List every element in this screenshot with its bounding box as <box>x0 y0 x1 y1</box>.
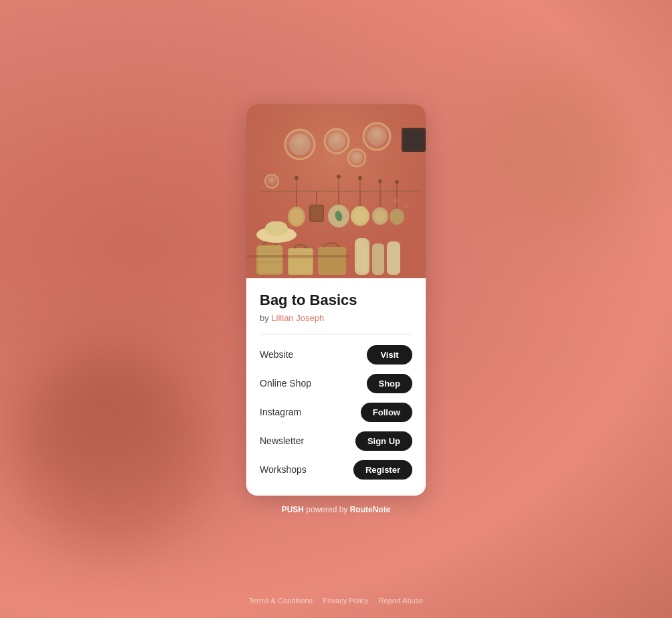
svg-point-29 <box>375 210 386 222</box>
row-label-3: Newsletter <box>260 435 304 446</box>
svg-rect-42 <box>265 221 288 236</box>
svg-point-54 <box>358 176 362 180</box>
card-author: by Lillian Joseph <box>260 313 412 323</box>
svg-rect-13 <box>404 130 424 150</box>
svg-point-11 <box>351 152 363 164</box>
svg-rect-39 <box>372 243 384 275</box>
svg-point-31 <box>390 209 404 225</box>
card-wrapper: Bag to Basics by Lillian Joseph WebsiteV… <box>246 104 426 514</box>
svg-point-9 <box>367 127 386 146</box>
card-row-newsletter: NewsletterSign Up <box>260 431 412 451</box>
terms-link[interactable]: Terms & Conditions <box>249 597 313 605</box>
svg-rect-40 <box>387 241 400 275</box>
svg-rect-36 <box>318 247 346 275</box>
card-content: Bag to Basics by Lillian Joseph WebsiteV… <box>246 278 426 496</box>
svg-rect-35 <box>289 249 312 274</box>
footer-links: Terms & Conditions Privacy Policy Report… <box>0 597 672 605</box>
card-row-website: WebsiteVisit <box>260 345 412 365</box>
report-link[interactable]: Report Abuse <box>379 597 424 605</box>
card-row-instagram: InstagramFollow <box>260 403 412 422</box>
footer-brand: PUSH <box>282 505 304 514</box>
card-rows: WebsiteVisitOnline ShopShopInstagramFoll… <box>260 345 412 480</box>
row-label-4: Workshops <box>260 464 307 475</box>
blur-spot-2 <box>471 67 639 234</box>
svg-point-52 <box>295 176 299 180</box>
svg-point-26 <box>353 209 367 223</box>
svg-point-5 <box>289 134 311 155</box>
row-label-2: Instagram <box>260 407 301 417</box>
card-title: Bag to Basics <box>260 292 412 309</box>
footer-platform: RouteNote <box>350 505 391 514</box>
footer-powered-by: PUSH powered by RouteNote <box>282 505 391 514</box>
row-button-sign-up[interactable]: Sign Up <box>355 431 412 451</box>
svg-rect-50 <box>404 203 408 207</box>
profile-card: Bag to Basics by Lillian Joseph WebsiteV… <box>246 104 426 496</box>
card-row-online-shop: Online ShopShop <box>260 374 412 393</box>
svg-rect-33 <box>258 246 282 274</box>
svg-rect-20 <box>311 206 323 221</box>
svg-point-7 <box>328 132 345 150</box>
svg-rect-43 <box>246 255 350 258</box>
row-label-1: Online Shop <box>260 378 311 389</box>
card-row-workshops: WorkshopsRegister <box>260 460 412 480</box>
author-link[interactable]: Lillian Joseph <box>271 313 324 323</box>
svg-rect-38 <box>357 240 367 273</box>
card-image <box>246 104 426 278</box>
row-button-visit[interactable]: Visit <box>367 345 412 365</box>
row-button-shop[interactable]: Shop <box>367 374 413 393</box>
row-button-register[interactable]: Register <box>353 460 412 480</box>
privacy-link[interactable]: Privacy Policy <box>323 597 368 605</box>
row-label-0: Website <box>260 349 293 360</box>
card-divider <box>260 334 412 334</box>
svg-rect-49 <box>394 198 399 203</box>
author-prefix: by <box>260 313 269 323</box>
svg-point-53 <box>337 175 341 179</box>
svg-point-17 <box>290 209 303 225</box>
row-button-follow[interactable]: Follow <box>361 403 412 422</box>
blur-spot-3 <box>40 350 174 484</box>
footer-powered-text: powered by <box>306 505 347 514</box>
svg-point-51 <box>265 175 278 188</box>
